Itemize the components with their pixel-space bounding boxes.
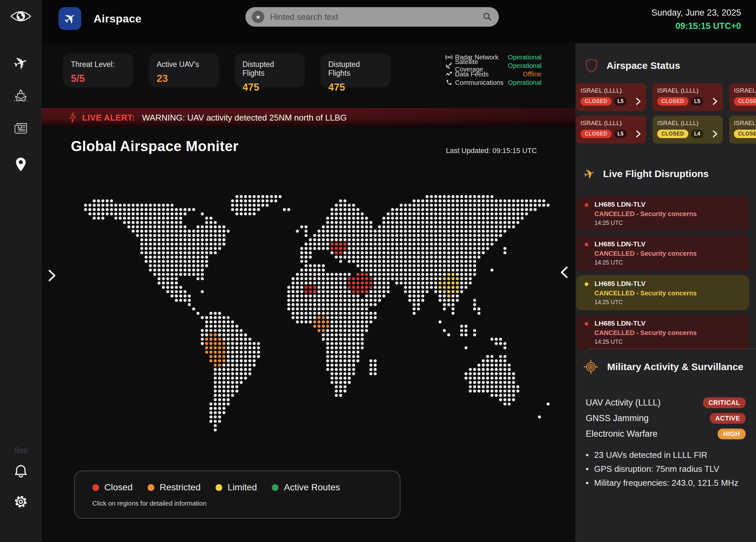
disruption-card[interactable]: LH685 LDN-TLVCANCELLED - Security concer…	[576, 275, 749, 310]
airspace-status-card[interactable]: ISRAEL (LLLL)CLOSEDL5	[653, 83, 723, 111]
disruption-time: 14:25 UTC	[594, 220, 743, 226]
search-icon[interactable]	[483, 12, 492, 22]
military-label: GNSS Jamming	[586, 413, 649, 423]
alert-label: LIVE ALERT:	[82, 113, 135, 123]
stat-label: Threat Level:	[71, 60, 125, 69]
disruption-card[interactable]: LH685 LDN-TLVCANCELLED - Security concer…	[576, 315, 749, 350]
airspace-card-row: CLOSEDL4	[657, 130, 718, 138]
stat-label: Active UAV's	[157, 60, 211, 69]
notifications-button[interactable]	[10, 462, 31, 480]
disruption-card[interactable]: LH685 LDN-TLVCANCELLED - Security concer…	[576, 196, 749, 231]
legend-label: Limited	[228, 482, 257, 493]
app-root: ✈	[0, 0, 756, 542]
system-status-value: Operational	[508, 79, 541, 86]
status-pill: CLOSED	[657, 97, 688, 106]
status-pill: CLOSED	[734, 97, 756, 106]
airspace-status-card[interactable]: ISRAEL (LLLL)CLOSEDL5	[729, 83, 756, 111]
airspace-status-card[interactable]: ISRAEL (LLLL)CLOSEDL5	[576, 116, 646, 144]
airspace-card-row: CLOSEDL5	[657, 97, 718, 106]
disruption-time: 14:25 UTC	[594, 259, 743, 266]
sidebar-item-news[interactable]	[10, 119, 31, 137]
military-row: UAV Activity (LLLL)CRITICAL	[586, 395, 746, 410]
stat-card: Threat Level:5/5	[63, 54, 133, 87]
top-bar: ✈ Airspace ★ Sunday, June 23, 2025 09:15…	[42, 0, 756, 43]
main-content: Threat Level:5/5Active UAV's23Distupted …	[42, 43, 575, 542]
radar-icon	[445, 54, 455, 61]
last-updated: Last Updated: 09:15:15 UTC	[446, 147, 537, 155]
status-pill: CLOSED	[580, 97, 612, 106]
disruption-reason: CANCELLED - Security concerns	[594, 290, 743, 297]
sidebar-item-maritime[interactable]	[10, 86, 31, 104]
bullet-dot: •	[586, 464, 594, 474]
military-label: Electronic Warfare	[586, 429, 658, 439]
legend-item: Closed	[92, 482, 133, 493]
plane-outline-icon: ✈	[582, 166, 596, 182]
level-pill: L5	[691, 97, 704, 106]
airspace-status-card[interactable]: ISRAEL (LLLL)CLOSEDL4	[729, 116, 756, 144]
system-status-row: CommunicationsOperational	[445, 78, 541, 87]
airspace-region-label: ISRAEL (LLLL)	[734, 120, 756, 127]
status-badge: CRITICAL	[703, 397, 746, 408]
disruption-reason: CANCELLED - Security concerns	[594, 250, 743, 257]
system-name: Data Feeds	[455, 71, 489, 78]
disruption-card[interactable]: LH685 LDN-TLVCANCELLED - Security concer…	[576, 236, 749, 271]
military-label: UAV Activity (LLLL)	[586, 398, 661, 408]
phone-icon	[445, 79, 455, 86]
search-input[interactable]	[270, 12, 477, 22]
bullet-dot: •	[586, 478, 594, 488]
legend-dot-icon	[215, 484, 222, 491]
flight-id: LH685 LDN-TLV	[594, 240, 743, 248]
map-prev-arrow[interactable]	[47, 269, 57, 282]
level-pill: L4	[691, 130, 704, 138]
legend-label: Restricted	[160, 482, 201, 493]
satellite-icon	[445, 62, 455, 69]
stat-value: 5/5	[71, 73, 125, 84]
current-time: 09:15:15 UTC+0	[651, 21, 741, 31]
settings-button[interactable]	[10, 493, 31, 511]
data-feed-icon	[445, 71, 455, 78]
military-header: Military Activity & Survillance	[583, 359, 743, 375]
airspace-region-label: ISRAEL (LLLL)	[580, 120, 642, 127]
stat-value: 23	[157, 73, 211, 84]
status-badge: ACTIVE	[710, 413, 746, 424]
chevron-right-icon[interactable]	[712, 97, 718, 106]
sidebar-item-flights[interactable]: ✈	[10, 54, 31, 72]
ship-icon	[13, 88, 29, 102]
legend-item: Active Routes	[272, 482, 340, 493]
system-status-row: Satellite CoverageOperational	[445, 61, 541, 70]
airspace-status-card[interactable]: ISRAEL (LLLL)CLOSEDL4	[653, 116, 723, 144]
crosshair-icon	[583, 359, 599, 375]
shield-icon	[585, 58, 598, 73]
status-pill: CLOSED	[734, 130, 756, 138]
bullet-item: •GPS disruption: 75nm radius TLV	[586, 464, 748, 474]
chevron-right-icon[interactable]	[712, 130, 718, 138]
airspace-region-label: ISRAEL (LLLL)	[657, 87, 718, 94]
airspace-status-grid: ISRAEL (LLLL)CLOSEDL5ISRAEL (LLLL)CLOSED…	[576, 83, 756, 144]
stat-card: Distupted Flights475	[320, 54, 391, 87]
airspace-status-header: Airspace Status	[585, 58, 680, 73]
chevron-right-icon[interactable]	[635, 97, 642, 106]
military-bullets: •23 UAVs detected in LLLL FIR•GPS disrup…	[586, 450, 748, 492]
airspace-status-card[interactable]: ISRAEL (LLLL)CLOSEDL5	[576, 83, 646, 111]
legend-label: Closed	[104, 482, 133, 493]
system-status-value: Offline	[523, 71, 541, 78]
newspaper-icon	[14, 122, 28, 135]
sidebar-item-locations[interactable]	[10, 155, 31, 174]
legend-note: Click on regions for detailed informatio…	[92, 500, 382, 507]
search-bar[interactable]: ★	[245, 7, 499, 27]
bullet-text: GPS disruption: 75nm radius TLV	[594, 464, 719, 474]
datetime: Sunday, June 23, 2025 09:15:15 UTC+0	[651, 8, 741, 31]
bullet-text: Military frequencies: 243.0, 121.5 MHz	[594, 478, 738, 488]
flight-id: LH685 LDN-TLV	[594, 280, 743, 288]
dotted-world-map[interactable]	[78, 193, 559, 444]
map-next-arrow[interactable]	[560, 265, 569, 279]
stat-label: Distupted Flights	[328, 60, 383, 78]
chevron-right-icon[interactable]	[635, 130, 642, 138]
severity-dot-icon	[585, 203, 588, 207]
section-divider	[588, 349, 756, 349]
disruption-reason: CANCELLED - Security concerns	[594, 329, 743, 337]
severity-dot-icon	[585, 243, 588, 246]
location-pin-icon	[15, 157, 26, 172]
section-title: Airspace Status	[606, 60, 680, 71]
military-rows: UAV Activity (LLLL)CRITICALGNSS JammingA…	[586, 395, 746, 442]
